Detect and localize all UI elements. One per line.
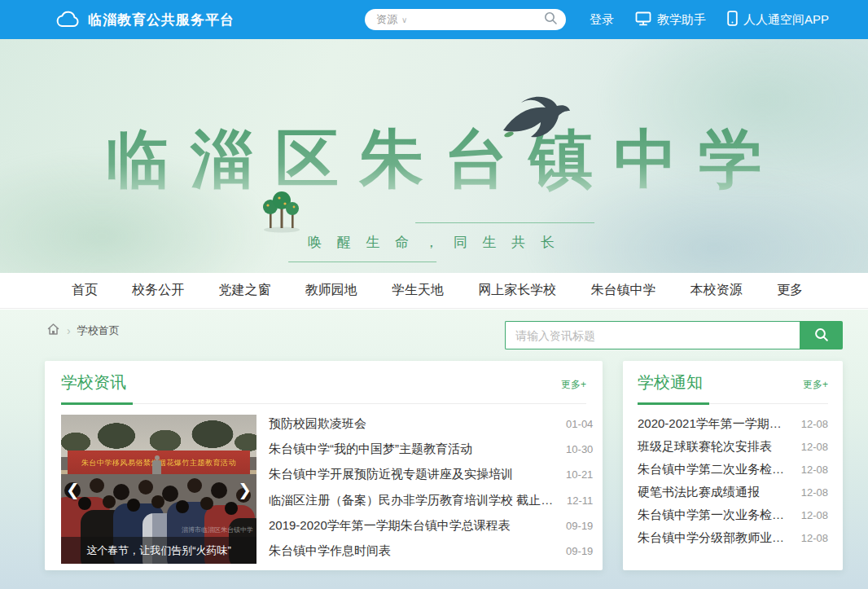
renrentong-app-link[interactable]: 人人通空间APP	[727, 11, 829, 29]
news-more-link[interactable]: 更多+	[561, 378, 586, 393]
news-item[interactable]: 临淄区注册（备案）民办非学历教育培训学校 截止2019 12-11	[269, 493, 593, 508]
carousel-next-arrow[interactable]: ❯	[238, 480, 252, 499]
photo-watermark: 淄博市临淄区朱台镇中学	[182, 525, 253, 534]
news-panel-title: 学校资讯	[61, 371, 126, 393]
slogan-line	[288, 262, 436, 262]
nav-item-zhutai-middle-school[interactable]: 朱台镇中学	[591, 282, 656, 299]
school-name-title: 临淄区朱台镇中学	[0, 117, 868, 203]
notice-item[interactable]: 朱台镇中学第二次业务检查的 12-08	[638, 462, 828, 477]
notice-item-title: 硬笔书法比赛成绩通报	[638, 485, 760, 500]
carousel-caption: 这个春节，让我们告别“火药味”	[61, 537, 256, 564]
hero-banner: 临淄区朱台镇中学	[0, 39, 868, 273]
school-slogan: 唤 醒 生 命 ， 同 生 共 长	[308, 233, 560, 252]
divider	[638, 402, 828, 405]
news-item[interactable]: 朱台镇中学作息时间表 09-19	[269, 543, 593, 559]
news-item-title: 2019-2020学年第一学期朱台镇中学总课程表	[269, 518, 511, 534]
article-search-input[interactable]	[505, 321, 800, 349]
school-notices-panel: 学校通知 更多+ 2020-2021学年第一学期足球 12-08 班级足球联赛轮…	[623, 361, 843, 570]
nav-item-more[interactable]: 更多	[777, 282, 803, 299]
teaching-assistant-label: 教学助手	[657, 12, 706, 28]
platform-logo-link[interactable]: 临淄教育公共服务平台	[55, 11, 235, 29]
chevron-down-icon: ∨	[401, 15, 407, 24]
nav-item-teacher-garden[interactable]: 教师园地	[305, 282, 357, 299]
login-link[interactable]: 登录	[590, 12, 614, 28]
search-icon[interactable]	[543, 11, 558, 29]
nav-item-school-affairs[interactable]: 校务公开	[132, 282, 184, 299]
news-item[interactable]: 预防校园欺凌班会 01-04	[269, 416, 593, 432]
trees-illustration	[261, 189, 303, 236]
teaching-assistant-link[interactable]: 教学助手	[635, 11, 706, 29]
main-nav: 首页 校务公开 党建之窗 教师园地 学生天地 网上家长学校 朱台镇中学 本校资源…	[0, 273, 868, 309]
breadcrumb-separator: ›	[67, 324, 71, 337]
school-news-panel: 学校资讯 更多+ 朱台中学移风易俗禁燃烟花爆竹主题教育活动	[45, 361, 603, 570]
notice-item[interactable]: 2020-2021学年第一学期足球 12-08	[638, 416, 828, 432]
news-item-title: 临淄区注册（备案）民办非学历教育培训学校 截止2019	[269, 493, 557, 508]
news-item-date: 09-19	[566, 545, 593, 557]
notice-item-date: 12-08	[801, 486, 828, 499]
news-item-date: 01-04	[566, 418, 593, 430]
renrentong-app-label: 人人通空间APP	[743, 12, 829, 28]
search-category-dropdown[interactable]: 资源	[376, 12, 397, 27]
cloud-icon	[55, 11, 80, 29]
breadcrumb: › 学校首页	[46, 323, 120, 339]
notice-item[interactable]: 朱台镇中学分级部教师业务展 12-08	[638, 530, 828, 546]
carousel-photo[interactable]: 朱台中学移风易俗禁燃烟花爆竹主题教育活动	[61, 415, 256, 564]
monitor-icon	[635, 11, 651, 29]
notice-item-title: 班级足球联赛轮次安排表	[638, 439, 772, 455]
news-item-date: 09-19	[566, 520, 593, 532]
notice-item-title: 朱台镇中学分级部教师业务展	[638, 530, 791, 546]
notice-item-date: 12-08	[801, 464, 828, 476]
article-search	[505, 321, 843, 349]
carousel-prev-arrow[interactable]: ❮	[66, 480, 80, 499]
notice-item-date: 12-08	[801, 509, 828, 521]
content-area: › 学校首页 学校资讯 更多+	[0, 310, 868, 589]
news-list: 预防校园欺凌班会 01-04 朱台镇中学“我的中国梦”主题教育活动 10-30 …	[269, 415, 593, 564]
article-search-button[interactable]	[800, 321, 843, 349]
notice-item[interactable]: 朱台镇中学第一次业务检查的 12-08	[638, 508, 828, 523]
notices-more-link[interactable]: 更多+	[803, 378, 828, 393]
home-icon[interactable]	[46, 323, 60, 339]
nav-item-party-building[interactable]: 党建之窗	[219, 282, 271, 299]
notices-panel-title: 学校通知	[638, 371, 703, 393]
nav-item-student-world[interactable]: 学生天地	[392, 282, 444, 299]
notice-item-date: 12-08	[801, 532, 828, 544]
news-item-title: 朱台镇中学作息时间表	[269, 543, 391, 559]
slogan-text: 唤 醒 生 命 ， 同 生 共 长	[308, 235, 560, 250]
nav-item-home[interactable]: 首页	[72, 282, 98, 299]
notices-list: 2020-2021学年第一学期足球 12-08 班级足球联赛轮次安排表 12-0…	[638, 405, 828, 554]
breadcrumb-current: 学校首页	[77, 323, 120, 338]
news-item-title: 朱台镇中学开展预防近视专题讲座及实操培训	[269, 467, 513, 482]
news-item[interactable]: 朱台镇中学“我的中国梦”主题教育活动 10-30	[269, 442, 593, 457]
news-item[interactable]: 朱台镇中学开展预防近视专题讲座及实操培训 10-21	[269, 467, 593, 482]
top-search-box[interactable]: 资源 ∨	[365, 9, 566, 30]
news-item-title: 预防校园欺凌班会	[269, 416, 366, 432]
page: 临淄教育公共服务平台 资源 ∨ 登录	[0, 0, 868, 589]
notice-item-title: 朱台镇中学第二次业务检查的	[638, 462, 791, 477]
swallow-bird-icon	[498, 95, 573, 145]
search-icon	[813, 327, 829, 345]
news-item-date: 10-21	[566, 468, 593, 481]
notice-item-title: 2020-2021学年第一学期足球	[638, 416, 791, 432]
nav-item-school-resources[interactable]: 本校资源	[690, 282, 743, 299]
divider	[61, 402, 586, 405]
login-label: 登录	[590, 12, 614, 28]
slogan-line	[415, 222, 594, 223]
news-item-date: 12-11	[567, 494, 593, 507]
news-item-date: 10-30	[566, 443, 593, 455]
notice-item-title: 朱台镇中学第一次业务检查的	[638, 508, 791, 523]
notice-item-date: 12-08	[801, 441, 828, 453]
top-bar: 临淄教育公共服务平台 资源 ∨ 登录	[0, 0, 868, 39]
notice-item[interactable]: 班级足球联赛轮次安排表 12-08	[638, 439, 828, 455]
news-item-title: 朱台镇中学“我的中国梦”主题教育活动	[269, 442, 472, 457]
nav-item-online-parent-school[interactable]: 网上家长学校	[478, 282, 556, 299]
news-item[interactable]: 2019-2020学年第一学期朱台镇中学总课程表 09-19	[269, 518, 593, 534]
notice-item-date: 12-08	[801, 418, 828, 430]
platform-title: 临淄教育公共服务平台	[88, 11, 235, 29]
phone-icon	[727, 11, 738, 29]
top-bar-links: 登录 教学助手 人人通	[590, 0, 829, 39]
notice-item[interactable]: 硬笔书法比赛成绩通报 12-08	[638, 485, 828, 500]
